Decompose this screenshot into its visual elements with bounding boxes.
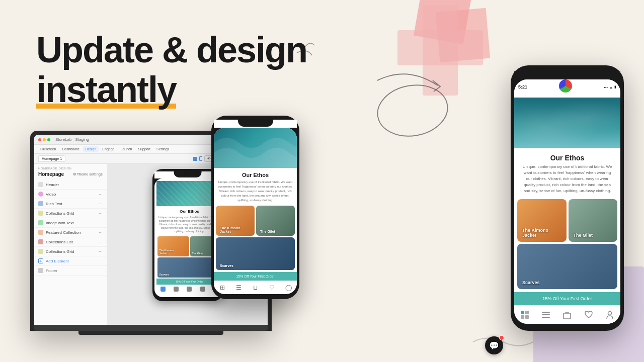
sidebar-item-collections-list[interactable]: Collections List ⋯ (34, 237, 107, 247)
center-phone-screen: Our Ethos Unique, contemporary use of tr… (214, 128, 297, 294)
nav-fullscreen[interactable]: Fullscreen (37, 146, 58, 152)
right-phone-grid: The KimonoJacket The Gilet Scarves (514, 199, 620, 292)
right-nav-person[interactable] (605, 310, 615, 320)
right-notch (550, 71, 585, 78)
center-item3-label: Scarves (220, 264, 233, 267)
center-item1-label: The KimonoJacket (220, 226, 240, 233)
center-bottom-nav: ⊞ ☰ ⊔ ♡ ◯ (214, 281, 297, 294)
editor-sidebar: HOMEPAGE DESIGN Homepage ⚙ Theme setting… (34, 164, 107, 325)
video-icon (38, 192, 43, 197)
center-ethos-title: Our Ethos (214, 168, 297, 180)
right-nav-heart[interactable] (584, 310, 594, 320)
close-dot (38, 138, 41, 141)
fc-actions: ⋯ (99, 230, 103, 235)
sidebar-item-collections-grid-1[interactable]: Collections Grid ⋯ (34, 209, 107, 218)
nav-dashboard[interactable]: Dashboard (59, 146, 82, 152)
right-nav-bag[interactable] (562, 310, 572, 320)
theme-settings-label: Theme settings (77, 172, 103, 176)
browser-dots (38, 138, 50, 141)
browser-title: StoreLab - Staging (55, 137, 89, 142)
desktop-view-icon[interactable] (193, 157, 197, 161)
right-item3-label: Scarves (522, 280, 540, 285)
nav-home-icon[interactable] (160, 287, 166, 292)
theme-settings-link[interactable]: ⚙ Theme settings (73, 172, 103, 176)
svg-rect-7 (525, 311, 529, 314)
center-nav-home[interactable]: ⊞ (218, 284, 226, 292)
preview-icon: 👁 (207, 157, 211, 160)
richtext-icon (38, 201, 43, 206)
right-promo-bar: 15% Off Your First Order (514, 292, 620, 305)
right-item2-label: The Gilet (574, 233, 593, 238)
chat-bubble[interactable]: 💬 (485, 336, 503, 354)
nav-settings[interactable]: Settings (154, 146, 172, 152)
laptop-phone-item-1: The KimonoJacket (157, 236, 189, 256)
center-item-3: Scarves (216, 237, 295, 270)
footer-icon (38, 268, 43, 273)
center-nav-list[interactable]: ☰ (235, 284, 243, 292)
nav-launch[interactable]: Launch (118, 146, 134, 152)
center-notch (238, 120, 273, 127)
nav-engage[interactable]: Engage (100, 146, 117, 152)
right-item-2: The Gilet (569, 199, 618, 242)
homepage-tab[interactable]: Homepage 1 (38, 155, 65, 162)
right-nav-list[interactable] (541, 310, 551, 320)
svg-rect-11 (542, 314, 550, 315)
sidebar-item-footer[interactable]: Footer (34, 266, 107, 276)
nav-heart-icon[interactable] (200, 287, 205, 292)
sidebar-item-richtext[interactable]: Rich Text ⋯ (34, 199, 107, 209)
sidebar-item-featured[interactable]: Featured Collection ⋯ (34, 228, 107, 237)
header-icon (38, 182, 43, 187)
minimize-dot (43, 138, 46, 141)
sidebar-item-video[interactable]: Video ⋯ (34, 190, 107, 199)
nav-list-icon[interactable] (174, 287, 179, 292)
center-header-img (214, 128, 297, 168)
item1-label: The KimonoJacket (159, 249, 174, 255)
center-item-1: The KimonoJacket (216, 206, 255, 236)
video-actions: ⋯ (99, 192, 103, 197)
center-phone-mockup: Our Ethos Unique, contemporary use of tr… (211, 116, 299, 299)
right-ethos-desc: Unique, contemporary use of traditional … (514, 164, 620, 199)
maximize-dot (47, 138, 50, 141)
center-promo-bar: 15% Off Your First Order (214, 272, 297, 281)
nav-bag-icon[interactable] (187, 287, 192, 292)
mobile-view-icon[interactable] (199, 156, 202, 161)
status-bar: 5:21 ▪▪▪ ▲ ▮ (514, 79, 620, 98)
collections-grid2-icon (38, 249, 43, 254)
center-nav-person[interactable]: ◯ (285, 284, 293, 292)
notch-wrapper (154, 171, 221, 178)
cg1-actions: ⋯ (99, 211, 103, 216)
nav-support[interactable]: Support (135, 146, 153, 152)
right-item-3: Scarves (517, 244, 617, 289)
right-notch-wrapper (514, 71, 620, 79)
cg2-actions: ⋯ (99, 249, 103, 254)
status-time: 5:21 (518, 84, 527, 89)
svg-rect-2 (423, 5, 458, 96)
sidebar-section-name: Homepage ⚙ Theme settings (34, 171, 107, 180)
sidebar-item-add-element[interactable]: + Add Element (34, 256, 107, 266)
nav-design[interactable]: Design (83, 146, 99, 152)
svg-rect-8 (521, 315, 524, 319)
sidebar-item-header[interactable]: Header (34, 180, 107, 190)
image-text-icon (38, 220, 43, 225)
svg-point-5 (373, 80, 451, 142)
phone-notch (174, 171, 201, 177)
center-nav-bag[interactable]: ⊔ (252, 284, 260, 292)
right-nav-home[interactable] (520, 310, 530, 320)
right-header-img (514, 98, 620, 148)
battery-icon: ▮ (614, 85, 616, 89)
chat-badge (499, 335, 504, 340)
right-phone-mockup: 5:21 ▪▪▪ ▲ ▮ Our Ethos Unique, contempor… (511, 65, 624, 331)
svg-rect-1 (436, 8, 490, 62)
right-ethos-title: Our Ethos (514, 148, 620, 164)
chat-icon: 💬 (489, 341, 499, 350)
sidebar-item-collections-grid-2[interactable]: Collections Grid ⋯ (34, 247, 107, 256)
right-item-1: The KimonoJacket (517, 199, 567, 242)
right-phone-screen: 5:21 ▪▪▪ ▲ ▮ Our Ethos Unique, contempor… (514, 79, 620, 324)
center-phone-grid: The KimonoJacket The Gilet Scarves (214, 206, 297, 272)
center-nav-heart[interactable]: ♡ (268, 284, 276, 292)
svg-rect-10 (542, 312, 550, 313)
svg-rect-13 (564, 313, 571, 319)
sidebar-item-image-text[interactable]: Image with Text ⋯ (34, 218, 107, 228)
svg-rect-9 (525, 315, 529, 319)
hero-title-line1: Update & design (36, 30, 307, 70)
